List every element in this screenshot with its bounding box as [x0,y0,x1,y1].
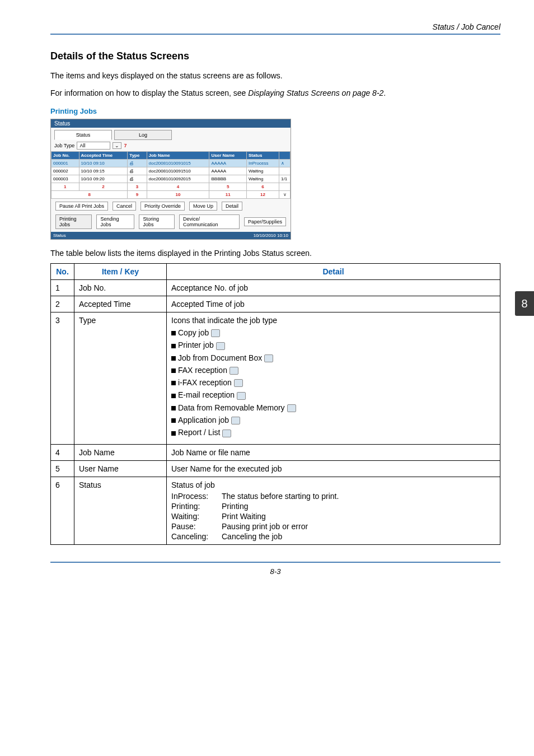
cell-user: BBBBB [209,175,246,183]
subsection-title: Printing Jobs [50,107,500,115]
tab-printing-jobs[interactable]: Printing Jobs [55,214,92,229]
col-jobname[interactable]: Job Name [147,152,209,160]
email-icon [237,392,246,400]
tab-device-comm[interactable]: Device/ Communication [179,214,240,229]
cell-user: AAAAA [209,160,246,167]
docbox-icon [264,354,273,362]
tab-sending-jobs[interactable]: Sending Jobs [96,214,134,229]
removable-icon [287,404,296,412]
callout-row-b: 8 9 10 11 12 ∨ [51,191,291,199]
scroll-down-icon[interactable]: ∨ [279,191,291,199]
tab-status[interactable]: Status [54,130,112,140]
detail-row: 1 Job No. Acceptance No. of job [51,280,500,296]
panel-footer-left: Status [53,233,66,238]
type-icon: 🖨 [128,160,147,167]
detail-button[interactable]: Detail [222,202,242,211]
detail-row: 4 Job Name Job Name or file name [51,444,500,460]
cell-jobno: 000002 [51,167,79,175]
cell-jobno: 000001 [51,160,79,167]
report-icon [222,430,231,437]
jobtype-label: Job Type [54,143,74,148]
cell-name: doc20081010092015 [147,175,209,183]
status-panel: Status Status Log Job Type All ⌄ 7 Job N… [50,119,291,240]
col-jobno[interactable]: Job No. [51,152,79,160]
table-caption: The table below lists the items displaye… [50,249,500,258]
status-intro: Status of job [171,480,495,489]
header-rule [50,34,500,35]
moveup-button[interactable]: Move Up [189,202,217,211]
detail-row: 6 Status Status of job InProcess:The sta… [51,477,500,544]
table-row[interactable]: 000001 10/10 09:10 🖨 doc20081010091015 A… [51,160,291,167]
copy-icon [211,329,220,337]
intro-p2-a: For information on how to display the St… [50,88,248,97]
application-icon [231,417,240,424]
dropdown-icon[interactable]: ⌄ [113,142,121,149]
cancel-button[interactable]: Cancel [113,202,136,211]
callout-row-a: 1 2 3 4 5 6 [51,183,291,191]
col-username[interactable]: User Name [209,152,246,160]
intro-p2-c: . [383,88,386,97]
table-row[interactable]: 000002 10/10 09:15 🖨 doc20081010091510 A… [51,167,291,175]
intro-p2-link: Displaying Status Screens on page 8-2 [248,88,383,97]
detail-table: No. Item / Key Detail 1 Job No. Acceptan… [50,263,500,545]
detail-row: 3 Type Icons that indicate the job type … [51,312,500,445]
type-icon: 🖨 [128,175,147,183]
cell-time: 10/10 09:20 [79,175,128,183]
callout-7: 7 [124,143,127,148]
cell-status: Waiting [246,175,279,183]
detail-row: 2 Accepted Time Accepted Time of job [51,296,500,312]
panel-footer-right: 10/10/2010 10:10 [254,233,288,238]
table-row[interactable]: 000003 10/10 09:20 🖨 doc20081010092015 B… [51,175,291,183]
pause-all-button[interactable]: Pause All Print Jobs [55,202,108,211]
tab-log[interactable]: Log [114,130,172,140]
cell-name: doc20081010091510 [147,167,209,175]
cell-jobno: 000003 [51,175,79,183]
scroll-up-icon[interactable]: ∧ [279,160,291,167]
detail-head-item: Item / Key [74,264,167,280]
cell-time: 10/10 09:10 [79,160,128,167]
detail-head-detail: Detail [167,264,500,280]
detail-head-no: No. [51,264,74,280]
priority-override-button[interactable]: Priority Override [140,202,185,211]
page-indicator: 1/1 [279,175,291,183]
status-definitions: InProcess:The status before starting to … [171,492,495,541]
col-accepted[interactable]: Accepted Time [79,152,128,160]
cell-status: InProcess [246,160,279,167]
page-footer: 8-3 [50,562,500,576]
printer-icon [216,342,225,350]
jobs-table: Job No. Accepted Time Type Job Name User… [51,151,291,199]
tab-paper-supplies[interactable]: Paper/Supplies [244,217,286,226]
section-title: Details of the Status Screens [50,50,500,62]
ifax-icon [234,379,243,387]
col-status[interactable]: Status [246,152,279,160]
detail-row: 5 User Name User Name for the executed j… [51,460,500,477]
cell-time: 10/10 09:15 [79,167,128,175]
panel-title: Status [51,119,291,128]
cell-user: AAAAA [209,167,246,175]
chapter-tab: 8 [515,291,534,316]
type-icon: 🖨 [128,167,147,175]
intro-paragraph-2: For information on how to display the St… [50,87,500,99]
type-list: Copy job Printer job Job from Document B… [171,328,495,437]
intro-paragraph-1: The items and keys displayed on the stat… [50,70,500,82]
jobtype-select[interactable]: All [77,142,110,150]
fax-icon [229,367,238,375]
cell-name: doc20081010091015 [147,160,209,167]
header-breadcrumb: Status / Job Cancel [50,22,500,31]
tab-storing-jobs[interactable]: Storing Jobs [139,214,175,229]
type-intro: Icons that indicate the job type [171,316,495,325]
col-type[interactable]: Type [128,152,147,160]
cell-status: Waiting [246,167,279,175]
